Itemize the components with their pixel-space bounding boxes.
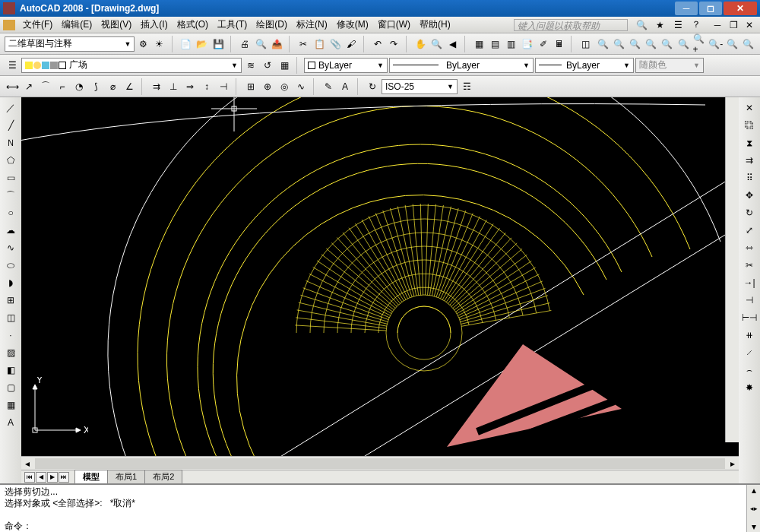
point-icon[interactable]: ·	[3, 328, 18, 343]
viewport-scrollbar-v[interactable]	[725, 97, 739, 442]
calc-icon[interactable]: 🖩	[552, 36, 566, 52]
layer-match-icon[interactable]: ≋	[243, 58, 258, 73]
workspace-settings-icon[interactable]: ⚙	[136, 36, 150, 52]
scale-icon[interactable]: ⤢	[742, 223, 757, 238]
zoom-center-icon[interactable]: 🔍	[660, 36, 674, 52]
properties-icon[interactable]: ▦	[472, 36, 486, 52]
table-icon[interactable]: ▦	[3, 397, 18, 413]
insert-icon[interactable]: ⊞	[3, 293, 18, 308]
zoom-all-icon[interactable]: 🔍	[725, 36, 739, 52]
help-search-input[interactable]: 键入问题以获取帮助	[514, 19, 628, 31]
erase-icon[interactable]: ✕	[742, 100, 757, 116]
menu-help[interactable]: 帮助(H)	[415, 17, 455, 33]
command-text[interactable]: 选择剪切边... 选择对象或 <全部选择>: *取消* 命令：	[0, 485, 746, 532]
zoom-ext-icon[interactable]: 🔍	[741, 36, 755, 52]
tab-last-icon[interactable]: ⏭	[59, 472, 69, 483]
tolerance-icon[interactable]: ⊞	[243, 79, 258, 94]
print-icon[interactable]: 🖨	[237, 36, 252, 52]
stretch-icon[interactable]: ⇿	[742, 240, 757, 255]
menu-dimension[interactable]: 标注(N)	[292, 17, 332, 33]
spline-icon[interactable]: ∿	[3, 240, 18, 255]
block-icon[interactable]: ◫	[578, 36, 593, 52]
workspace-lock-icon[interactable]: ☀	[152, 36, 166, 52]
linetype-combo[interactable]: ByLayer ▼	[389, 58, 534, 73]
trim-icon[interactable]: ✂	[742, 258, 757, 273]
zoom-dyn-icon[interactable]: 🔍	[628, 36, 642, 52]
array-icon[interactable]: ⠿	[742, 170, 757, 185]
break-at-icon[interactable]: ⊣	[742, 293, 757, 308]
zoom-win-icon[interactable]: 🔍	[612, 36, 626, 52]
tab-next-icon[interactable]: ▶	[47, 472, 58, 483]
favorite-icon[interactable]: ★	[652, 17, 667, 33]
offset-icon[interactable]: ⇉	[742, 153, 757, 168]
pan-icon[interactable]: ✋	[413, 36, 428, 52]
paste-icon[interactable]: 📎	[328, 36, 343, 52]
matchprop-icon[interactable]: 🖌	[344, 36, 359, 52]
line-icon[interactable]: ／	[3, 100, 18, 116]
circle-icon[interactable]: ○	[3, 205, 18, 220]
break-icon[interactable]: ⊢⊣	[742, 310, 757, 325]
dim-break-icon[interactable]: ⊣	[216, 79, 231, 94]
redo-icon[interactable]: ↷	[387, 36, 401, 52]
tab-first-icon[interactable]: ⏮	[24, 472, 35, 483]
zoom-in-icon[interactable]: 🔍+	[692, 36, 707, 52]
hatch-icon[interactable]: ▨	[3, 345, 18, 360]
doc-close-button[interactable]: ✕	[742, 17, 757, 33]
dimstyle-manager-icon[interactable]: ☶	[459, 79, 474, 94]
viewport-scrollbar-h[interactable]: ◂ ▸	[21, 456, 739, 470]
dim-arc-icon[interactable]: ⌒	[38, 79, 53, 94]
pline-icon[interactable]: Ｎ	[3, 135, 18, 150]
dim-linear-icon[interactable]: ⟷	[5, 79, 20, 94]
jog-linear-icon[interactable]: ∿	[293, 79, 309, 94]
layer-props-icon[interactable]: ☰	[5, 58, 20, 73]
make-block-icon[interactable]: ◫	[3, 310, 18, 325]
zoom-scale-icon[interactable]: 🔍	[644, 36, 658, 52]
commcenter-icon[interactable]: ☰	[670, 17, 686, 33]
revcloud-icon[interactable]: ☁	[3, 223, 18, 238]
undo-icon[interactable]: ↶	[371, 36, 385, 52]
layer-state-icon[interactable]: ▦	[277, 58, 292, 73]
rectangle-icon[interactable]: ▭	[3, 170, 18, 185]
tab-model[interactable]: 模型	[74, 470, 108, 484]
dim-baseline-icon[interactable]: ⊥	[166, 79, 181, 94]
dim-continue-icon[interactable]: ⇒	[182, 79, 198, 94]
toolpalette-icon[interactable]: ▥	[504, 36, 518, 52]
save-icon[interactable]: 💾	[211, 36, 226, 52]
open-icon[interactable]: 📂	[195, 36, 209, 52]
move-icon[interactable]: ✥	[742, 188, 757, 203]
copy-icon[interactable]: 📋	[312, 36, 327, 52]
workspace-combo[interactable]: 二维草图与注释 ▼	[5, 36, 135, 52]
zoom-prev-icon[interactable]: ◀	[445, 36, 460, 52]
dim-tedit-icon[interactable]: A	[337, 79, 353, 94]
extend-icon[interactable]: →|	[742, 275, 757, 290]
command-scrollbar[interactable]: ▴ ◂▸ ▾	[746, 485, 760, 532]
ellipse-arc-icon[interactable]: ◗	[3, 275, 18, 290]
cut-icon[interactable]: ✂	[296, 36, 311, 52]
doc-restore-button[interactable]: ❐	[726, 17, 741, 33]
markup-icon[interactable]: ✐	[536, 36, 550, 52]
help-icon[interactable]: ？	[689, 17, 704, 33]
tab-layout1[interactable]: 布局1	[107, 470, 145, 484]
dim-quick-icon[interactable]: ⇉	[149, 79, 164, 94]
dim-jog-icon[interactable]: ⟆	[88, 79, 103, 94]
maximize-button[interactable]: ◻	[699, 2, 722, 15]
sheetset-icon[interactable]: 📑	[520, 36, 534, 52]
doc-minimize-button[interactable]: ─	[710, 17, 725, 33]
menu-insert[interactable]: 插入(I)	[136, 17, 172, 33]
menu-file[interactable]: 文件(F)	[18, 17, 57, 33]
menu-tools[interactable]: 工具(T)	[213, 17, 252, 33]
preview-icon[interactable]: 🔍	[254, 36, 268, 52]
designcenter-icon[interactable]: ▤	[488, 36, 502, 52]
zoom-out-icon[interactable]: 🔍-	[708, 36, 724, 52]
minimize-button[interactable]: ─	[675, 2, 698, 15]
menu-draw[interactable]: 绘图(D)	[252, 17, 292, 33]
dim-update-icon[interactable]: ↻	[365, 79, 380, 94]
inspection-icon[interactable]: ◎	[277, 79, 292, 94]
xline-icon[interactable]: ╱	[3, 118, 18, 133]
menu-edit[interactable]: 编辑(E)	[57, 17, 97, 33]
join-icon[interactable]: ⧺	[742, 328, 757, 343]
mtext-icon[interactable]: A	[3, 415, 18, 430]
plotstyle-combo[interactable]: 随颜色 ▼	[635, 58, 704, 73]
zoom-obj-icon[interactable]: 🔍	[676, 36, 691, 52]
dim-angular-icon[interactable]: ∠	[122, 79, 137, 94]
